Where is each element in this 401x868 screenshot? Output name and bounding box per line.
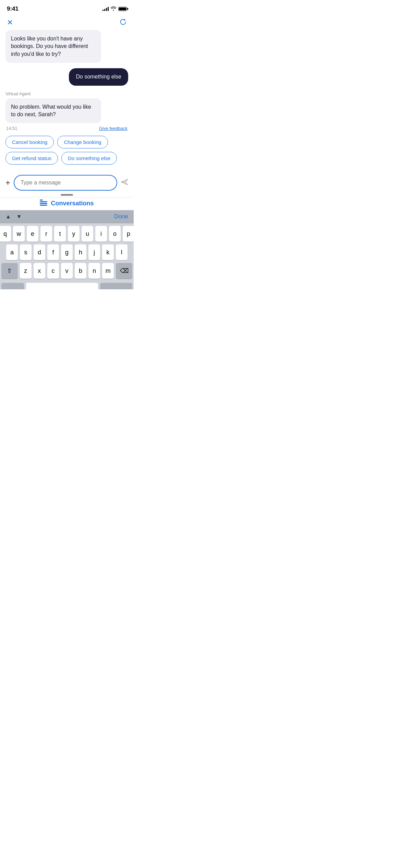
key-y[interactable]: y — [68, 226, 80, 242]
header: ✕ — [0, 15, 134, 30]
clipped-bot-bubble: Looks like you don't have any bookings. … — [5, 30, 101, 63]
numbers-key[interactable]: 123 — [1, 283, 24, 289]
bot-bubble: No problem. What would you like to do ne… — [5, 98, 101, 123]
nav-down-arrow[interactable]: ▼ — [16, 214, 22, 220]
key-u[interactable]: u — [82, 226, 93, 242]
key-p[interactable]: p — [123, 226, 134, 242]
key-row-3: ⇧ z x c v b n m ⌫ — [1, 263, 132, 279]
bot-message-block: Virtual Agent No problem. What would you… — [5, 91, 128, 131]
key-s[interactable]: s — [20, 244, 32, 260]
shift-key[interactable]: ⇧ — [1, 263, 18, 279]
space-key[interactable]: space — [26, 283, 98, 289]
key-m[interactable]: m — [102, 263, 114, 279]
delete-key[interactable]: ⌫ — [116, 263, 132, 279]
status-time: 9:41 — [7, 5, 19, 12]
key-k[interactable]: k — [102, 244, 114, 260]
send-button[interactable] — [121, 179, 128, 187]
conversations-bar[interactable]: Conversations — [0, 197, 134, 210]
key-a[interactable]: a — [6, 244, 18, 260]
svg-rect-2 — [40, 203, 47, 204]
user-bubble: Do something else — [69, 68, 128, 85]
key-w[interactable]: w — [13, 226, 25, 242]
key-q[interactable]: q — [0, 226, 11, 242]
message-timestamp: 14:51 — [6, 126, 17, 131]
return-key[interactable]: return — [100, 283, 132, 289]
home-dot — [61, 194, 73, 196]
keyboard-section: ▲ ▼ Done q w e r t y u i o p a s d f g h… — [0, 210, 134, 289]
keyboard-rows: q w e r t y u i o p a s d f g h j k l ⇧ … — [0, 223, 134, 283]
key-e[interactable]: e — [27, 226, 38, 242]
chip-change-booking[interactable]: Change booking — [57, 136, 108, 148]
svg-rect-0 — [40, 200, 43, 201]
wifi-icon — [111, 6, 116, 12]
user-message-row: Do something else — [5, 68, 128, 85]
key-z[interactable]: z — [20, 263, 32, 279]
bot-label: Virtual Agent — [5, 91, 128, 96]
status-icons — [102, 6, 127, 12]
chat-area: Looks like you don't have any bookings. … — [0, 30, 134, 171]
signal-bars-icon — [102, 7, 109, 11]
keyboard-bottom-row: 123 space return — [0, 283, 134, 289]
key-f[interactable]: f — [47, 244, 59, 260]
conversations-label: Conversations — [51, 200, 94, 207]
key-j[interactable]: j — [88, 244, 100, 260]
chip-cancel-booking[interactable]: Cancel booking — [5, 136, 54, 148]
refresh-button[interactable] — [119, 18, 127, 27]
key-row-2: a s d f g h j k l — [1, 244, 132, 260]
key-i[interactable]: i — [95, 226, 107, 242]
keyboard-toolbar: ▲ ▼ Done — [0, 210, 134, 223]
battery-icon — [118, 7, 127, 11]
key-r[interactable]: r — [40, 226, 52, 242]
key-x[interactable]: x — [34, 263, 45, 279]
done-button[interactable]: Done — [114, 213, 128, 220]
bot-meta: 14:51 Give feedback — [5, 126, 128, 131]
keyboard-nav: ▲ ▼ — [5, 214, 22, 220]
key-d[interactable]: d — [34, 244, 45, 260]
close-button[interactable]: ✕ — [7, 18, 13, 27]
home-indicator-area — [0, 193, 134, 197]
key-v[interactable]: v — [61, 263, 73, 279]
message-input[interactable] — [14, 175, 117, 191]
key-n[interactable]: n — [88, 263, 100, 279]
give-feedback-link[interactable]: Give feedback — [99, 126, 127, 131]
plus-button[interactable]: + — [5, 179, 10, 187]
quick-reply-chips: Cancel booking Change booking Get refund… — [5, 136, 128, 165]
key-h[interactable]: h — [75, 244, 86, 260]
key-l[interactable]: l — [116, 244, 127, 260]
conversations-icon — [40, 200, 47, 207]
key-row-1: q w e r t y u i o p — [1, 226, 132, 242]
svg-rect-1 — [40, 201, 47, 202]
svg-rect-3 — [40, 205, 47, 206]
key-t[interactable]: t — [54, 226, 66, 242]
status-bar: 9:41 — [0, 0, 134, 15]
key-g[interactable]: g — [61, 244, 73, 260]
key-b[interactable]: b — [75, 263, 86, 279]
chip-get-refund-status[interactable]: Get refund status — [5, 152, 58, 165]
nav-up-arrow[interactable]: ▲ — [5, 214, 11, 220]
chip-do-something-else[interactable]: Do something else — [61, 152, 117, 165]
input-row: + — [0, 171, 134, 193]
key-o[interactable]: o — [109, 226, 121, 242]
key-c[interactable]: c — [47, 263, 59, 279]
